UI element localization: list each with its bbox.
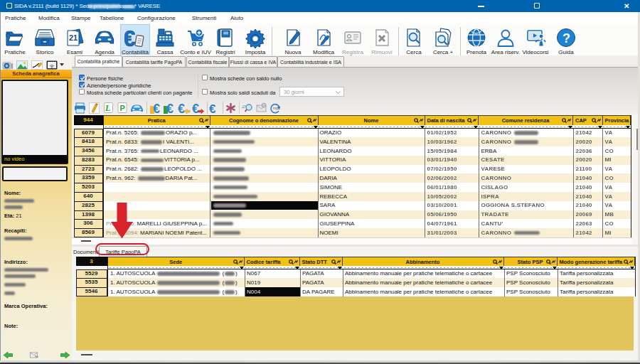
svg-text:€: € [153, 102, 160, 114]
svg-text:€: € [209, 102, 216, 114]
svg-text:€: € [124, 27, 135, 48]
svg-text:mp3: mp3 [273, 106, 280, 110]
svg-text:21: 21 [69, 33, 78, 42]
svg-text:€: € [166, 102, 174, 114]
svg-text:?: ? [562, 31, 570, 46]
svg-text:L: L [105, 103, 110, 113]
svg-text:€: € [192, 102, 199, 114]
svg-text:€: € [178, 102, 185, 114]
svg-text:P: P [120, 104, 125, 112]
